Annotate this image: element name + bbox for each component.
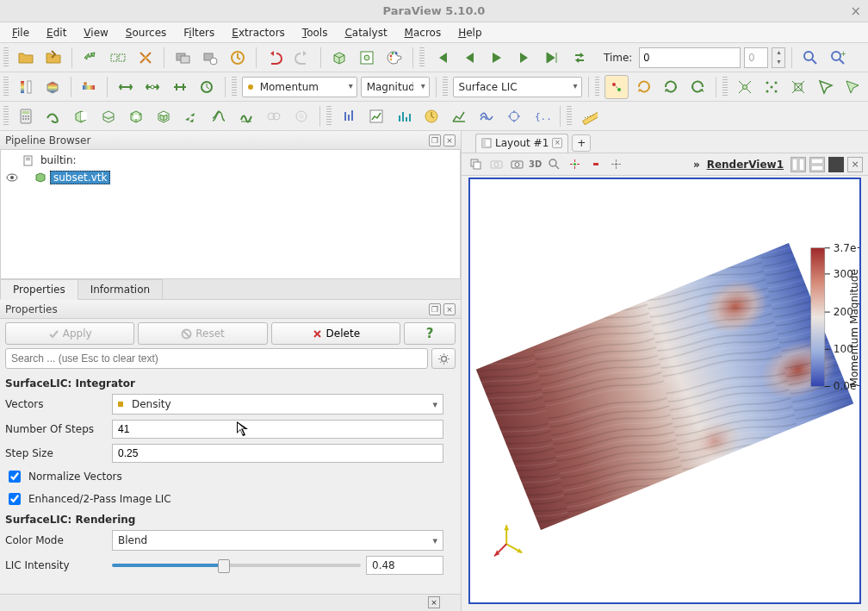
- split-horiz-button[interactable]: [790, 157, 806, 172]
- camera-lock-button[interactable]: [508, 156, 525, 173]
- layout-tab-close[interactable]: ×: [552, 138, 562, 148]
- panel-close-button[interactable]: ×: [443, 303, 456, 315]
- edit-color-map-button[interactable]: [78, 75, 101, 99]
- clip-button[interactable]: [69, 104, 93, 128]
- contour-button[interactable]: [41, 104, 65, 128]
- frame-input[interactable]: [744, 47, 768, 68]
- copy-screenshot-button[interactable]: [467, 156, 484, 173]
- clear-selection-button[interactable]: [586, 156, 604, 173]
- render-view-label[interactable]: RenderView1: [707, 159, 784, 171]
- warp-button[interactable]: [234, 104, 258, 128]
- representation-combo[interactable]: Surface LIC: [453, 77, 582, 97]
- save-state-button[interactable]: [41, 46, 65, 70]
- extract-level-button[interactable]: [289, 104, 313, 128]
- array-combo[interactable]: Momentum: [242, 77, 357, 97]
- delete-button[interactable]: Delete: [271, 322, 400, 345]
- select-cells-through-button[interactable]: [787, 75, 810, 99]
- colormode-select[interactable]: Blend: [112, 530, 443, 551]
- python-shell-button[interactable]: {..}: [530, 104, 554, 128]
- slice-button[interactable]: [96, 104, 121, 128]
- add-layout-button[interactable]: +: [572, 134, 591, 152]
- pipeline-item-subset[interactable]: subset.vtk: [1, 169, 460, 186]
- zoom-to-data-button[interactable]: [798, 46, 822, 70]
- vcr-forward-button[interactable]: [512, 46, 536, 70]
- render-view[interactable]: 3.7e+02 300 200 100 0.0e+00 Momentum Mag…: [468, 178, 861, 604]
- zoom-to-data-button-2[interactable]: [659, 75, 682, 99]
- threshold-button[interactable]: [124, 104, 148, 128]
- toolbar-grip[interactable]: [3, 47, 9, 68]
- interactive-select-cells-button[interactable]: [841, 75, 865, 99]
- licintensity-slider[interactable]: [112, 564, 361, 567]
- catalyst-pause-button[interactable]: [198, 46, 222, 70]
- vcr-loop-button[interactable]: [567, 46, 592, 70]
- vcr-first-button[interactable]: [430, 46, 454, 70]
- snapshot-button[interactable]: [502, 104, 526, 128]
- toolbar-grip[interactable]: [722, 77, 728, 97]
- stream-tracer-button[interactable]: [207, 104, 231, 128]
- component-combo[interactable]: Magnitude: [361, 77, 430, 97]
- group-button[interactable]: [262, 104, 286, 128]
- reset-camera-button[interactable]: [632, 75, 655, 99]
- disconnect-button[interactable]: [106, 46, 130, 70]
- window-close-button[interactable]: ×: [850, 3, 861, 19]
- stepsize-input[interactable]: [112, 444, 443, 463]
- vcr-back-button[interactable]: [457, 46, 481, 70]
- interactive-mode-button[interactable]: [607, 156, 624, 173]
- catalyst-connect-button[interactable]: [170, 46, 195, 70]
- toolbar-grip[interactable]: [232, 77, 237, 97]
- tab-information[interactable]: Information: [78, 279, 163, 299]
- select-surface-points-button[interactable]: [566, 156, 583, 173]
- advanced-toggle-button[interactable]: [431, 348, 456, 369]
- menu-help[interactable]: Help: [451, 25, 488, 41]
- visibility-eye-icon[interactable]: [6, 171, 18, 184]
- properties-search-input[interactable]: [5, 348, 428, 369]
- menu-macros[interactable]: Macros: [398, 25, 449, 41]
- panel-close-button[interactable]: ×: [443, 134, 456, 147]
- toolbar-grip[interactable]: [443, 77, 448, 97]
- enhanced-checkbox[interactable]: [9, 493, 21, 505]
- toolbar-grip[interactable]: [567, 106, 572, 127]
- show-center-axes-button[interactable]: [604, 75, 628, 99]
- camera-button[interactable]: [487, 156, 505, 173]
- menu-file[interactable]: File: [5, 25, 36, 41]
- rescale-visible-button[interactable]: [168, 75, 191, 99]
- rescale-temporal-button[interactable]: [195, 75, 218, 99]
- menu-extractors[interactable]: Extractors: [225, 25, 292, 41]
- toolbar-grip[interactable]: [3, 106, 9, 127]
- extract-grid-button[interactable]: [152, 104, 176, 128]
- redo-button[interactable]: [290, 46, 314, 70]
- menu-view[interactable]: View: [77, 25, 115, 41]
- time-input[interactable]: [639, 47, 741, 68]
- plot-over-line-button[interactable]: [364, 104, 388, 128]
- normalize-checkbox[interactable]: [9, 471, 21, 483]
- toolbar-grip[interactable]: [3, 77, 9, 97]
- steps-input[interactable]: [112, 420, 443, 439]
- vectors-select[interactable]: Density: [112, 394, 443, 415]
- scalar-bar-button[interactable]: [14, 75, 37, 99]
- panel-float-button[interactable]: ❐: [429, 134, 441, 147]
- select-points-on-button[interactable]: [760, 75, 783, 99]
- tab-properties[interactable]: Properties: [0, 279, 78, 300]
- select-cells-on-button[interactable]: [733, 75, 756, 99]
- pipeline-tree[interactable]: builtin: subset.vtk: [0, 150, 461, 279]
- color-map-editor-button[interactable]: [40, 75, 64, 99]
- rescale-range-button[interactable]: [114, 75, 137, 99]
- toolbar-grip[interactable]: [595, 77, 600, 97]
- menu-tools[interactable]: Tools: [295, 25, 335, 41]
- undo-button[interactable]: [263, 46, 287, 70]
- reset-camera-closest-button[interactable]: [686, 75, 710, 99]
- pipeline-builtin[interactable]: builtin:: [1, 152, 460, 169]
- color-palette-button[interactable]: [382, 46, 406, 70]
- glyph-button[interactable]: [179, 104, 203, 128]
- panel-float-button[interactable]: ❐: [429, 303, 441, 315]
- toolbar-grip[interactable]: [326, 106, 332, 127]
- generate-extracts-button[interactable]: [226, 46, 250, 70]
- vcr-play-button[interactable]: [485, 46, 509, 70]
- footer-close-button[interactable]: ×: [428, 596, 440, 608]
- plot-global-button[interactable]: [474, 104, 499, 128]
- frame-spinner[interactable]: ▴▾: [772, 47, 785, 68]
- plot-selection-over-time-button[interactable]: [419, 104, 443, 128]
- box-button[interactable]: [327, 46, 351, 70]
- rescale-custom-button[interactable]: [141, 75, 164, 99]
- help-button[interactable]: ?: [404, 322, 456, 345]
